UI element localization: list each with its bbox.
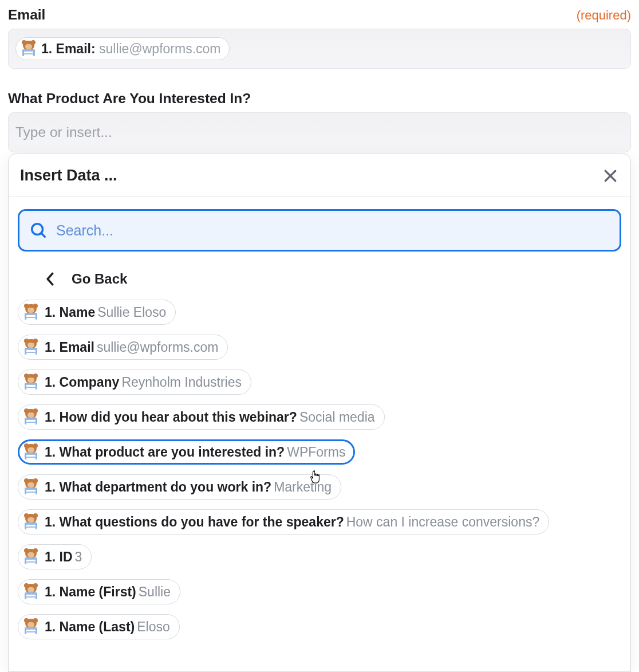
wpforms-icon: [23, 619, 39, 635]
field-label-email: Email: [8, 7, 45, 23]
required-indicator: (required): [577, 8, 631, 23]
item-value: 3: [75, 549, 82, 564]
email-field-pill[interactable]: 1. Email: sullie@wpforms.com: [15, 37, 230, 60]
wpforms-icon: [23, 549, 39, 565]
data-item[interactable]: 1. NameSullie Eloso: [18, 300, 176, 325]
popup-title: Insert Data ...: [20, 167, 117, 184]
item-label: 1. What product are you interested in?: [45, 445, 285, 459]
item-label: 1. Name (First): [45, 584, 136, 599]
item-value: WPForms: [287, 445, 345, 459]
product-field-container[interactable]: Type or insert...: [8, 112, 631, 152]
item-value: Social media: [299, 410, 375, 425]
insert-data-popup: Insert Data ... Go Back 1. NameSullie El…: [8, 154, 631, 672]
data-item[interactable]: 1. Name (Last)Eloso: [18, 614, 180, 639]
item-label: 1. Email: [45, 340, 94, 355]
item-label: 1. ID: [45, 549, 73, 564]
data-item[interactable]: 1. What product are you interested in?WP…: [18, 439, 355, 465]
wpforms-icon: [23, 479, 39, 495]
item-label: 1. What department do you work in?: [45, 480, 271, 494]
pill-label: 1. Email:: [41, 41, 99, 56]
item-label: 1. Name (Last): [45, 619, 135, 634]
pill-value: sullie@wpforms.com: [99, 41, 221, 56]
wpforms-icon: [23, 514, 39, 530]
item-value: Sullie Eloso: [97, 305, 166, 320]
item-value: Marketing: [274, 480, 332, 494]
data-item[interactable]: 1. What questions do you have for the sp…: [18, 509, 549, 535]
item-value: sullie@wpforms.com: [97, 340, 219, 355]
data-item[interactable]: 1. How did you hear about this webinar?S…: [18, 404, 385, 430]
item-value: Sullie: [139, 584, 171, 599]
item-label: 1. Name: [45, 305, 95, 320]
svg-line-3: [41, 233, 45, 237]
search-input[interactable]: [56, 222, 609, 239]
item-value: Eloso: [137, 619, 170, 634]
field-label-product: What Product Are You Interested In?: [8, 91, 251, 107]
chevron-left-icon: [45, 272, 56, 286]
data-item[interactable]: 1. CompanyReynholm Industries: [18, 370, 251, 395]
go-back-button[interactable]: Go Back: [9, 257, 630, 300]
item-label: 1. What questions do you have for the sp…: [45, 514, 344, 529]
wpforms-icon: [23, 374, 39, 390]
close-icon: [602, 167, 619, 184]
wpforms-icon: [23, 409, 39, 425]
data-item[interactable]: 1. ID3: [18, 544, 92, 569]
go-back-label: Go Back: [72, 271, 127, 287]
wpforms-icon: [23, 304, 39, 320]
product-placeholder: Type or insert...: [15, 124, 112, 140]
wpforms-icon: [23, 444, 39, 460]
data-item[interactable]: 1. Emailsullie@wpforms.com: [18, 335, 228, 360]
close-button[interactable]: [602, 167, 619, 184]
item-value: How can I increase conversions?: [346, 514, 540, 529]
data-item-scroll[interactable]: 1. NameSullie Eloso1. Emailsullie@wpform…: [9, 300, 630, 671]
email-field-container[interactable]: 1. Email: sullie@wpforms.com: [8, 29, 631, 69]
item-label: 1. How did you hear about this webinar?: [45, 410, 297, 425]
search-box[interactable]: [18, 209, 621, 251]
item-label: 1. Company: [45, 375, 119, 390]
wpforms-icon: [21, 41, 37, 57]
wpforms-icon: [23, 339, 39, 355]
wpforms-icon: [23, 584, 39, 600]
data-item[interactable]: 1. Name (First)Sullie: [18, 579, 180, 604]
search-icon: [30, 222, 47, 239]
item-value: Reynholm Industries: [121, 375, 242, 390]
data-item[interactable]: 1. What department do you work in?Market…: [18, 474, 341, 500]
